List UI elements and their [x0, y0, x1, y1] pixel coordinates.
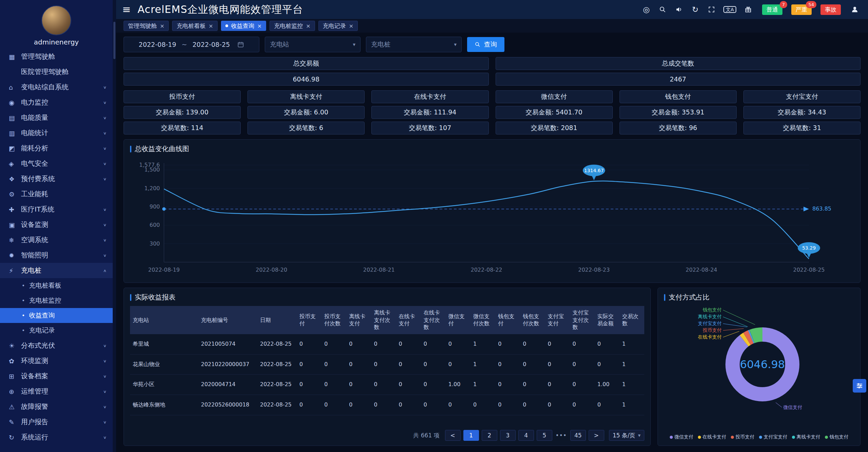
column-header[interactable]: 钱包支付次数: [520, 306, 545, 334]
column-header[interactable]: 离线卡支付次数: [371, 306, 396, 334]
column-header[interactable]: 支付宝支付次数: [570, 306, 595, 334]
tab-revenue-query[interactable]: 收益查询 ×: [221, 21, 266, 31]
column-header[interactable]: 投币支付次数: [321, 306, 346, 334]
sidebar-item-power-statistics[interactable]: ▥ 电能统计 ∨: [0, 125, 113, 141]
sidebar-subitem-pile-dashboard[interactable]: • 充电桩看板: [0, 278, 113, 293]
sidebar-item-device-archive[interactable]: ⊞ 设备档案 ∨: [0, 368, 113, 384]
date-start[interactable]: 2022-08-19: [139, 41, 176, 48]
sidebar-item-distributed-pv[interactable]: ☀ 分布式光伏 ∨: [0, 338, 113, 353]
close-icon[interactable]: ×: [160, 23, 164, 29]
column-header[interactable]: 充电桩编号: [198, 306, 257, 334]
sidebar-item-hvac-system[interactable]: ❄ 空调系统 ∨: [0, 232, 113, 248]
date-range-picker[interactable]: 2022-08-19 ~ 2022-08-25: [124, 37, 259, 52]
sidebar-item-environment-monitoring[interactable]: ✿ 环境监测 ∨: [0, 353, 113, 368]
column-header[interactable]: 交易次数: [620, 306, 644, 334]
alarm-badge-normal[interactable]: 普通7: [762, 4, 782, 15]
quick-settings-fab[interactable]: [853, 379, 866, 393]
total-label: 总交易额: [124, 57, 489, 70]
legend-item-offline-card-pay[interactable]: 离线卡支付: [792, 434, 820, 440]
sidebar-item-medical-it-system[interactable]: ✚ 医疗IT系统 ∨: [0, 202, 113, 217]
close-icon[interactable]: ×: [208, 23, 213, 29]
sidebar-item-power-quality[interactable]: ▤ 电能质量 ∨: [0, 110, 113, 125]
sidebar-item-ops-management[interactable]: ⊕ 运维管理 ∨: [0, 384, 113, 399]
close-icon[interactable]: ×: [257, 23, 262, 29]
alarm-badge-accident[interactable]: 事故: [820, 4, 841, 15]
page-button-4[interactable]: 4: [518, 430, 534, 441]
legend-item-wechat-pay[interactable]: 微信支付: [670, 434, 694, 440]
table-row[interactable]: 畅达峰东侧地202205260000182022-08-250000000000…: [130, 395, 644, 415]
station-select[interactable]: 充电站 ▾: [265, 37, 361, 52]
prev-page-button[interactable]: <: [445, 430, 461, 441]
sidebar-item-electrical-safety[interactable]: ◈ 电气安全 ∨: [0, 156, 113, 171]
sidebar-item-prepaid-system[interactable]: ❖ 预付费系统 ∨: [0, 171, 113, 186]
column-header[interactable]: 微信支付: [446, 306, 470, 334]
page-size-select[interactable]: 15 条/页 ▾: [609, 430, 644, 441]
next-page-button[interactable]: >: [589, 430, 604, 441]
column-header[interactable]: 充电站: [130, 306, 198, 334]
page-button-3[interactable]: 3: [500, 430, 516, 441]
translate-icon[interactable]: 文A: [723, 6, 736, 13]
column-header[interactable]: 实际交易金额: [595, 306, 620, 334]
column-header[interactable]: 支付宝支付: [545, 306, 570, 334]
legend-item-online-card-pay[interactable]: 在线卡支付: [698, 434, 726, 440]
page-button-2[interactable]: 2: [482, 430, 497, 441]
fullscreen-icon[interactable]: [707, 5, 716, 14]
badge-count: 54: [806, 1, 816, 8]
sidebar-item-fault-alarm[interactable]: ⚠ 故障报警 ∨: [0, 399, 113, 414]
tab-management-cockpit[interactable]: 管理驾驶舱 ×: [124, 21, 169, 31]
legend-item-coin-pay[interactable]: 投币支付: [731, 434, 755, 440]
refresh-icon[interactable]: ↻: [691, 5, 700, 14]
sidebar-item-charging-pile[interactable]: ⚡ 充电桩 ∧: [0, 263, 113, 278]
gift-icon[interactable]: [744, 5, 753, 14]
sidebar-scrollbar[interactable]: [113, 0, 116, 452]
sidebar-item-system-operation[interactable]: ↻ 系统运行 ∨: [0, 430, 113, 445]
table-row[interactable]: 希里城20210050742022-08-2500000001000001: [130, 334, 644, 354]
sidebar-item-device-monitoring[interactable]: ▣ 设备监测 ∨: [0, 217, 113, 232]
pile-select[interactable]: 充电桩 ▾: [366, 37, 462, 52]
sidebar-item-substation-system[interactable]: ⌂ 变电站综自系统 ∨: [0, 79, 113, 95]
sidebar-item-hospital-cockpit[interactable]: 医院管理驾驶舱: [0, 64, 113, 79]
sidebar-subitem-revenue-query[interactable]: • 收益查询: [0, 308, 113, 323]
page-button-5[interactable]: 5: [537, 430, 552, 441]
sidebar-item-power-monitoring[interactable]: ◉ 电力监控 ∨: [0, 95, 113, 110]
tab-pile-monitoring[interactable]: 充电桩监控 ×: [270, 21, 315, 31]
search-icon[interactable]: [658, 5, 667, 14]
hamburger-menu-icon[interactable]: ≡: [122, 4, 131, 15]
tab-pile-dashboard[interactable]: 充电桩看板 ×: [172, 21, 217, 31]
column-header[interactable]: 在线卡支付: [396, 306, 421, 334]
column-header[interactable]: 日期: [257, 306, 297, 334]
sidebar-item-user-report[interactable]: ✎ 用户报告 ∨: [0, 414, 113, 430]
close-icon[interactable]: ×: [349, 23, 353, 29]
page-button-1[interactable]: 1: [463, 430, 479, 441]
legend-item-wallet-pay[interactable]: 钱包支付: [825, 434, 849, 440]
close-icon[interactable]: ×: [306, 23, 310, 29]
sidebar-subitem-pile-monitoring[interactable]: • 充电桩监控: [0, 293, 113, 308]
query-button[interactable]: 查询: [467, 37, 504, 52]
filter-bar: 2022-08-19 ~ 2022-08-25 充电站 ▾ 充电桩 ▾: [124, 37, 861, 52]
help-icon[interactable]: ◎: [642, 5, 651, 14]
scrollbar-thumb[interactable]: [113, 22, 115, 59]
page-button-45[interactable]: 45: [570, 430, 586, 441]
table-cell: 0: [545, 334, 570, 354]
sidebar-item-smart-lighting[interactable]: ✹ 智能照明 ∨: [0, 248, 113, 263]
sidebar-subitem-charging-records[interactable]: • 充电记录: [0, 323, 113, 338]
date-end[interactable]: 2022-08-25: [192, 41, 230, 48]
tab-charging-records[interactable]: 充电记录 ×: [318, 21, 358, 31]
column-header[interactable]: 钱包支付: [495, 306, 520, 334]
alarm-badge-severe[interactable]: 严重54: [791, 4, 812, 15]
column-header[interactable]: 在线卡支付次数: [421, 306, 446, 334]
avatar[interactable]: [41, 5, 71, 35]
table-cell: 0: [396, 375, 421, 395]
legend-item-alipay[interactable]: 支付宝支付: [759, 434, 788, 440]
volume-icon[interactable]: [675, 5, 683, 14]
column-header[interactable]: 微信支付次数: [470, 306, 495, 334]
column-header[interactable]: 投币支付: [297, 306, 321, 334]
sidebar-item-industrial-energy[interactable]: ⚙ 工业能耗: [0, 186, 113, 202]
sidebar-item-management-cockpit[interactable]: ▦ 管理驾驶舱: [0, 49, 113, 64]
main-area: ≡ AcrelEMS企业微电网能效管理平台 ◎ ↻ 文A 普通7严重54事故: [116, 0, 868, 452]
user-icon[interactable]: [850, 5, 859, 14]
table-row[interactable]: 华苑小区20200047142022-08-250000001.00100001…: [130, 375, 644, 395]
sidebar-item-energy-analysis[interactable]: ◩ 能耗分析 ∨: [0, 141, 113, 156]
table-row[interactable]: 花果山物业202102200000372022-08-2500000001000…: [130, 354, 644, 375]
column-header[interactable]: 离线卡支付: [346, 306, 371, 334]
